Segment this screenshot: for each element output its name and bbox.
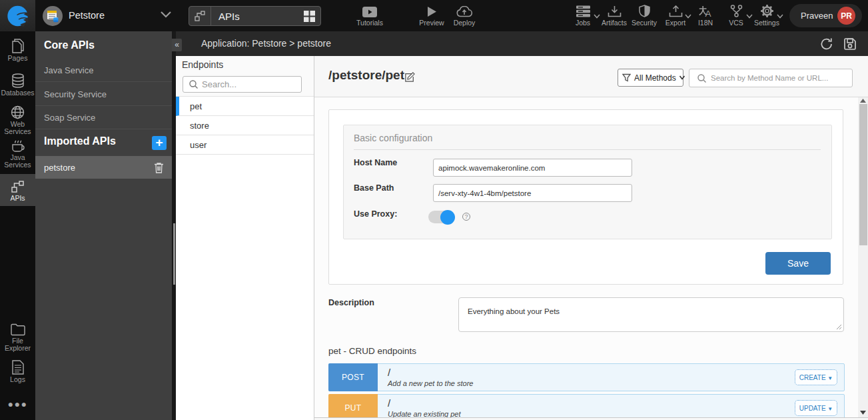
svg-text:A: A (705, 9, 711, 17)
